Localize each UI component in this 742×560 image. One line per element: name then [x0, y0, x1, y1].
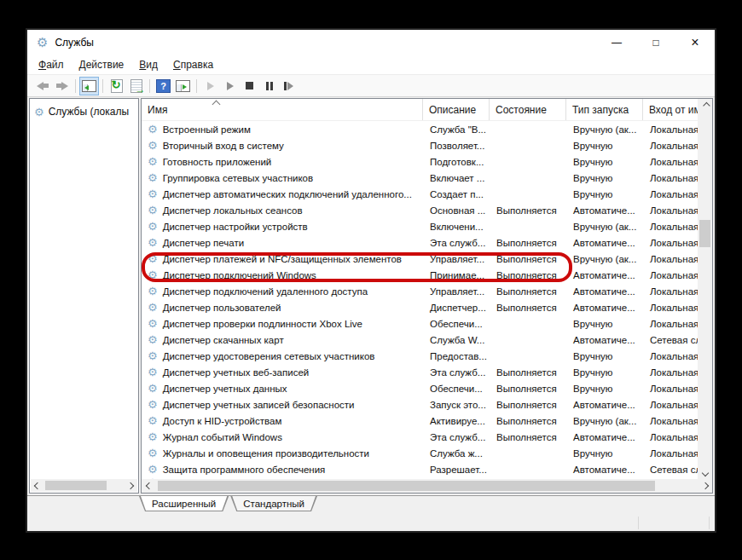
service-name: Готовность приложений [163, 157, 272, 167]
menu-view[interactable]: Вид [131, 56, 165, 73]
table-row[interactable]: ⚙ Диспетчер учетных данных Обеспечи... В… [142, 380, 712, 396]
table-row[interactable]: ⚙ Журнал событий Windows Эта служб... Вы… [142, 429, 712, 445]
table-row[interactable]: ⚙ Встроенный режим Служба "В... Вручную … [142, 121, 712, 137]
show-properties-button[interactable] [173, 77, 193, 95]
menu-file[interactable]: Файл [31, 56, 72, 73]
service-status: Выполняется [490, 238, 566, 248]
service-startup-type: Вручную [566, 384, 643, 394]
sidebar-item-services-local[interactable]: ⚙ Службы (локалы [30, 99, 138, 118]
scroll-right-icon[interactable] [125, 479, 136, 492]
service-description: Эта служб... [423, 432, 490, 442]
close-button[interactable]: × [675, 30, 715, 55]
service-startup-type: Автоматиче... [566, 465, 643, 475]
service-icon: ⚙ [148, 286, 158, 297]
service-description: Эта служб... [423, 367, 490, 378]
help-button[interactable]: ? [154, 77, 173, 95]
scroll-up-icon[interactable] [698, 99, 712, 112]
service-startup-type: Автоматиче... [566, 432, 643, 442]
restart-service-button[interactable] [279, 77, 299, 95]
table-row[interactable]: ⚙ Журналы и оповещения производительност… [142, 445, 712, 461]
table-row[interactable]: ⚙ Вторичный вход в систему Позволяет... … [142, 137, 712, 153]
service-name: Журнал событий Windows [163, 432, 282, 442]
scrollbar-thumb[interactable] [158, 481, 655, 491]
table-row[interactable]: ⚙ Диспетчер печати Эта служб... Выполняе… [142, 234, 712, 251]
back-button[interactable] [32, 77, 52, 95]
table-row[interactable]: ⚙ Диспетчер удостоверения сетевых участн… [142, 348, 712, 364]
service-description: Активируе... [423, 416, 490, 426]
column-header-description[interactable]: Описание [423, 99, 490, 120]
service-startup-type: Вручную [566, 173, 643, 183]
service-startup-type: Автоматиче... [566, 238, 643, 248]
console-tree-icon [82, 80, 96, 92]
table-row[interactable]: ⚙ Готовность приложений Подготовк... Вру… [142, 153, 712, 170]
service-status: Выполняется [490, 270, 566, 280]
export-list-icon: → [130, 79, 142, 93]
table-row[interactable]: ⚙ Диспетчер пользователей Диспетчер... В… [142, 299, 712, 315]
column-header-status[interactable]: Состояние [490, 99, 566, 120]
scroll-right-icon[interactable] [699, 479, 711, 493]
play-icon [227, 82, 234, 90]
table-row[interactable]: ⚙ Группировка сетевых участников Включае… [142, 170, 712, 186]
title-bar: ⚙ Службы — □ × [27, 30, 715, 55]
resume-service-button[interactable] [220, 77, 240, 95]
service-icon: ⚙ [148, 415, 158, 426]
minimize-button[interactable]: — [597, 30, 636, 55]
service-startup-type: Вручную (ак... [566, 416, 643, 426]
service-startup-type: Вручную [566, 448, 643, 459]
service-description: Разрешает... [423, 465, 490, 475]
horizontal-scrollbar[interactable] [142, 479, 712, 493]
scroll-down-icon[interactable] [698, 466, 712, 479]
table-row[interactable]: ⚙ Диспетчер платежей и NFC/защищенных эл… [142, 251, 712, 267]
export-list-button[interactable]: → [126, 77, 146, 95]
service-icon: ⚙ [148, 188, 158, 199]
sidebar-horizontal-scrollbar[interactable] [31, 479, 137, 492]
service-startup-type: Вручную (ак... [566, 222, 643, 232]
table-row[interactable]: ⚙ Диспетчер подключений удаленного досту… [142, 283, 712, 299]
service-status: Выполняется [490, 286, 566, 297]
menu-help[interactable]: Справка [165, 56, 221, 73]
play-icon [207, 82, 214, 90]
scrollbar-thumb[interactable] [699, 220, 710, 247]
column-header-name[interactable]: Имя [142, 99, 423, 120]
table-row[interactable]: ⚙ Диспетчер учетных записей безопасности… [142, 396, 712, 413]
scroll-left-icon[interactable] [142, 479, 155, 493]
table-row[interactable]: ⚙ Диспетчер учетных веб-записей Эта служ… [142, 364, 712, 380]
services-gear-icon: ⚙ [37, 36, 48, 49]
forward-button[interactable] [52, 77, 72, 95]
table-row[interactable]: ⚙ Диспетчер скачанных карт Служба W... А… [142, 332, 712, 348]
tab-standard[interactable]: Стандартный [230, 496, 317, 511]
services-gear-icon: ⚙ [34, 107, 44, 118]
help-icon: ? [156, 79, 171, 93]
table-row[interactable]: ⚙ Диспетчер подключений Windows Принимае… [142, 267, 712, 283]
table-row[interactable]: ⚙ Доступ к HID-устройствам Активируе... … [142, 413, 712, 429]
table-row[interactable]: ⚙ Диспетчер настройки устройств Включени… [142, 218, 712, 234]
service-description: Запуск это... [423, 400, 490, 410]
scrollbar-thumb[interactable] [45, 481, 107, 490]
tab-extended[interactable]: Расширенный [139, 496, 229, 511]
table-row[interactable]: ⚙ Диспетчер локальных сеансов Основная .… [142, 202, 712, 218]
pause-service-button[interactable] [259, 77, 279, 95]
service-name: Встроенный режим [163, 124, 251, 135]
menu-action[interactable]: Действие [72, 56, 132, 73]
start-service-button[interactable] [200, 77, 220, 95]
service-startup-type: Вручную [566, 157, 643, 167]
service-startup-type: Автоматиче... [566, 400, 643, 410]
table-row[interactable]: ⚙ Диспетчер автоматических подключений у… [142, 186, 712, 202]
service-startup-type: Вручную [566, 367, 643, 378]
stop-service-button[interactable] [240, 77, 259, 95]
service-name: Диспетчер скачанных карт [163, 335, 284, 345]
vertical-scrollbar[interactable] [698, 99, 712, 479]
refresh-button[interactable]: ↻ [107, 77, 126, 95]
service-description: Позволяет... [423, 141, 490, 151]
scroll-left-icon[interactable] [32, 479, 43, 492]
column-header-startup-type[interactable]: Тип запуска [566, 99, 643, 120]
service-startup-type: Вручную (ак... [566, 254, 643, 264]
maximize-button[interactable]: □ [636, 30, 675, 55]
service-description: Предостав... [423, 351, 490, 361]
refresh-icon: ↻ [111, 79, 123, 93]
service-icon: ⚙ [148, 205, 158, 216]
table-row[interactable]: ⚙ Защита программного обеспечения Разреш… [142, 461, 712, 477]
list-rows: ⚙ Встроенный режим Служба "В... Вручную … [142, 121, 712, 493]
table-row[interactable]: ⚙ Диспетчер проверки подлинности Xbox Li… [142, 315, 712, 332]
show-console-tree-button[interactable] [79, 77, 99, 95]
